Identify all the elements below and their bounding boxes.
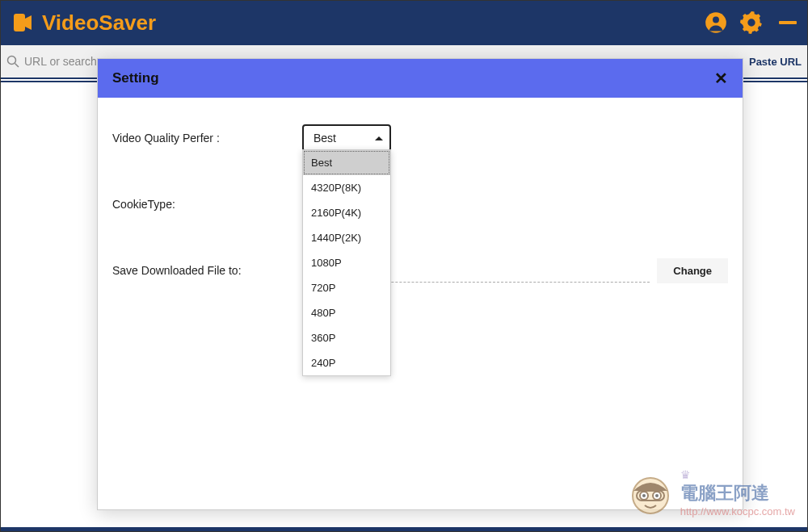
label-cookie-type: CookieType:	[112, 198, 302, 211]
quality-option[interactable]: 1080P	[303, 250, 390, 275]
video-quality-value: Best	[314, 132, 336, 145]
quality-option[interactable]: 1440P(2K)	[303, 225, 390, 250]
app-title: VideoSaver	[42, 10, 156, 36]
quality-option[interactable]: 240P	[303, 350, 390, 375]
quality-option[interactable]: 2160P(4K)	[303, 200, 390, 225]
modal-header: Setting ✕	[98, 59, 743, 98]
change-button[interactable]: Change	[657, 258, 728, 283]
search-icon	[6, 55, 19, 68]
paste-url-button[interactable]: Paste URL	[749, 56, 802, 68]
settings-modal: Setting ✕ Video Quality Perfer : Best Be…	[97, 58, 743, 510]
svg-point-2	[8, 57, 16, 65]
app-header: VideoSaver	[0, 0, 808, 45]
label-video-quality: Video Quality Perfer :	[112, 132, 302, 145]
app-brand: VideoSaver	[11, 10, 156, 36]
svg-line-3	[15, 64, 19, 68]
modal-title: Setting	[112, 70, 159, 86]
row-video-quality: Video Quality Perfer : Best	[112, 122, 728, 154]
quality-option[interactable]: 4320P(8K)	[303, 175, 390, 200]
settings-gear-icon[interactable]	[740, 11, 763, 34]
quality-option[interactable]: 360P	[303, 325, 390, 350]
svg-point-1	[713, 17, 719, 23]
row-cookie-type: CookieType:	[112, 188, 728, 220]
url-placeholder: URL or search	[24, 55, 97, 68]
video-quality-dropdown: Best 4320P(8K) 2160P(4K) 1440P(2K) 1080P…	[302, 149, 391, 376]
minimize-icon[interactable]	[779, 21, 797, 24]
account-icon[interactable]	[705, 11, 727, 34]
video-quality-combo[interactable]: Best	[302, 124, 391, 152]
quality-option[interactable]: 720P	[303, 275, 390, 300]
close-icon[interactable]: ✕	[714, 69, 728, 88]
quality-option[interactable]: Best	[303, 150, 390, 175]
app-logo-icon	[11, 13, 36, 32]
quality-option[interactable]: 480P	[303, 300, 390, 325]
bottom-stripe	[0, 527, 808, 532]
row-save-path: Save Downloaded File to: y\Videos Change	[112, 254, 728, 287]
header-right-icons	[705, 11, 797, 34]
chevron-up-icon	[375, 136, 383, 140]
label-save-path: Save Downloaded File to:	[112, 264, 302, 277]
modal-body: Video Quality Perfer : Best Best 4320P(8…	[98, 98, 743, 301]
